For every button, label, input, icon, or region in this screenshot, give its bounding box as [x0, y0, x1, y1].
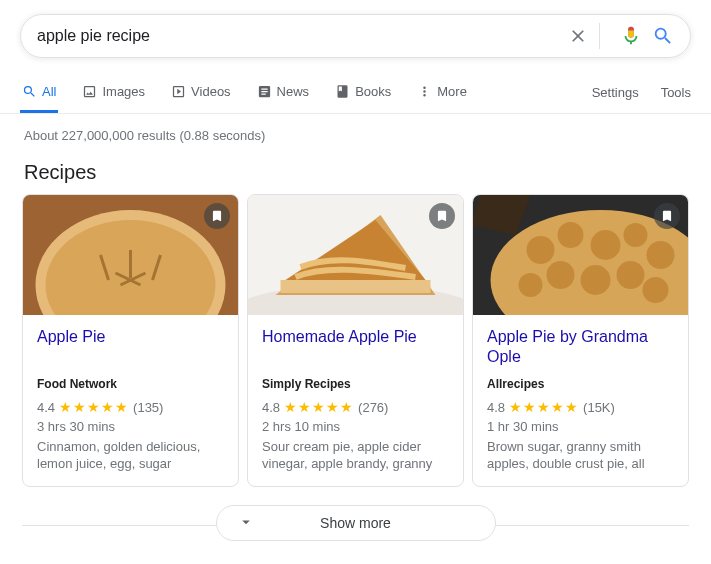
- tabs-right: Settings Tools: [592, 73, 691, 112]
- svg-point-13: [547, 261, 575, 289]
- recipe-card-body: Homemade Apple Pie Simply Recipes 4.8 ★★…: [248, 315, 463, 486]
- recipe-rating: 4.4 ★★★★★ (135): [37, 399, 224, 415]
- stars-icon: ★★★★★: [59, 399, 129, 415]
- tab-books[interactable]: Books: [333, 72, 393, 113]
- recipe-ingredients: Cinnamon, golden delicious, lemon juice,…: [37, 438, 224, 472]
- mic-icon[interactable]: [620, 25, 642, 47]
- recipe-card[interactable]: Apple Pie by Grandma Ople Allrecipes 4.8…: [472, 194, 689, 487]
- tab-news[interactable]: News: [255, 72, 312, 113]
- rating-value: 4.8: [262, 400, 280, 415]
- recipe-card[interactable]: Homemade Apple Pie Simply Recipes 4.8 ★★…: [247, 194, 464, 487]
- tab-more[interactable]: More: [415, 72, 469, 113]
- result-stats: About 227,000,000 results (0.88 seconds): [0, 114, 711, 143]
- recipe-card-body: Apple Pie Food Network 4.4 ★★★★★ (135) 3…: [23, 315, 238, 486]
- recipe-rating: 4.8 ★★★★★ (15K): [487, 399, 674, 415]
- recipe-source: Simply Recipes: [262, 377, 449, 391]
- recipe-source: Food Network: [37, 377, 224, 391]
- svg-point-11: [624, 223, 648, 247]
- tab-videos[interactable]: Videos: [169, 72, 233, 113]
- image-icon: [82, 84, 97, 99]
- recipe-time: 2 hrs 10 mins: [262, 419, 449, 434]
- search-input[interactable]: [37, 27, 557, 45]
- books-icon: [335, 84, 350, 99]
- news-icon: [257, 84, 272, 99]
- review-count: (15K): [583, 400, 615, 415]
- svg-point-9: [558, 222, 584, 248]
- tab-books-label: Books: [355, 84, 391, 99]
- recipe-image: [473, 195, 688, 315]
- svg-point-17: [519, 273, 543, 297]
- tab-all-label: All: [42, 84, 56, 99]
- recipe-time: 3 hrs 30 mins: [37, 419, 224, 434]
- show-more-container: Show more: [22, 505, 689, 545]
- svg-point-10: [591, 230, 621, 260]
- search-bar-container: [0, 0, 711, 64]
- recipe-time: 1 hr 30 mins: [487, 419, 674, 434]
- search-bar[interactable]: [20, 14, 691, 58]
- recipe-ingredients: Brown sugar, granny smith apples, double…: [487, 438, 674, 472]
- recipe-cards-row: Apple Pie Food Network 4.4 ★★★★★ (135) 3…: [0, 194, 711, 487]
- chevron-down-icon: [237, 513, 255, 534]
- bookmark-icon[interactable]: [204, 203, 230, 229]
- tab-images[interactable]: Images: [80, 72, 147, 113]
- review-count: (276): [358, 400, 388, 415]
- tools-link[interactable]: Tools: [661, 73, 691, 112]
- search-small-icon: [22, 84, 37, 99]
- recipe-title[interactable]: Apple Pie by Grandma Ople: [487, 327, 674, 367]
- recipes-heading: Recipes: [0, 143, 711, 194]
- tab-news-label: News: [277, 84, 310, 99]
- bookmark-icon[interactable]: [429, 203, 455, 229]
- recipe-title[interactable]: Apple Pie: [37, 327, 224, 367]
- search-divider: [599, 23, 600, 49]
- show-more-button[interactable]: Show more: [216, 505, 496, 541]
- video-icon: [171, 84, 186, 99]
- tab-videos-label: Videos: [191, 84, 231, 99]
- tabs-left: All Images Videos News Books More: [20, 72, 592, 113]
- rating-value: 4.4: [37, 400, 55, 415]
- bookmark-icon[interactable]: [654, 203, 680, 229]
- more-icon: [417, 84, 432, 99]
- recipe-ingredients: Sour cream pie, apple cider vinegar, app…: [262, 438, 449, 472]
- tab-all[interactable]: All: [20, 72, 58, 113]
- rating-value: 4.8: [487, 400, 505, 415]
- svg-point-12: [647, 241, 675, 269]
- svg-point-15: [617, 261, 645, 289]
- review-count: (135): [133, 400, 163, 415]
- clear-icon[interactable]: [567, 25, 589, 47]
- recipe-image: [23, 195, 238, 315]
- recipe-image: [248, 195, 463, 315]
- search-icon[interactable]: [652, 25, 674, 47]
- recipe-card[interactable]: Apple Pie Food Network 4.4 ★★★★★ (135) 3…: [22, 194, 239, 487]
- recipe-title[interactable]: Homemade Apple Pie: [262, 327, 449, 367]
- svg-point-8: [527, 236, 555, 264]
- settings-link[interactable]: Settings: [592, 73, 639, 112]
- svg-point-16: [643, 277, 669, 303]
- tab-more-label: More: [437, 84, 467, 99]
- stars-icon: ★★★★★: [509, 399, 579, 415]
- show-more-label: Show more: [320, 515, 391, 531]
- tabs-row: All Images Videos News Books More Settin…: [0, 72, 711, 114]
- recipe-source: Allrecipes: [487, 377, 674, 391]
- recipe-card-body: Apple Pie by Grandma Ople Allrecipes 4.8…: [473, 315, 688, 486]
- recipe-rating: 4.8 ★★★★★ (276): [262, 399, 449, 415]
- stars-icon: ★★★★★: [284, 399, 354, 415]
- svg-point-14: [581, 265, 611, 295]
- tab-images-label: Images: [102, 84, 145, 99]
